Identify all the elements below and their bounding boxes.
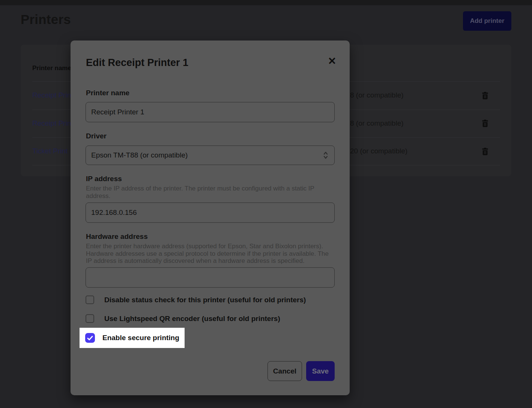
- checkbox-row-secure-printing-highlighted: Enable secure printing: [80, 328, 185, 348]
- checkbox-row-disable-status-check: Disable status check for this printer (u…: [86, 296, 306, 304]
- hardware-address-input[interactable]: [86, 267, 335, 288]
- qr-encoder-label: Use Lightspeed QR encoder (useful for ol…: [104, 315, 280, 323]
- printer-name-input[interactable]: [86, 102, 335, 122]
- trash-icon: [482, 148, 488, 155]
- delete-printer-button[interactable]: [481, 148, 489, 156]
- secure-printing-label: Enable secure printing: [102, 334, 179, 342]
- trash-icon: [482, 120, 488, 127]
- ip-address-input[interactable]: [86, 202, 335, 223]
- delete-printer-button[interactable]: [481, 92, 489, 100]
- driver-cell: 8 (or compatible): [350, 91, 404, 99]
- add-printer-button[interactable]: Add printer: [463, 11, 511, 31]
- cancel-button[interactable]: Cancel: [268, 361, 302, 381]
- screen: Printers Add printer Printer name Printe…: [0, 0, 532, 408]
- driver-select[interactable]: Epson TM-T88 (or compatible): [86, 146, 335, 165]
- hardware-address-help: Enter the printer hardware address (supp…: [86, 243, 335, 265]
- checkmark-icon: [87, 336, 93, 340]
- hardware-address-label: Hardware address: [86, 232, 148, 241]
- trash-icon: [482, 92, 488, 99]
- checkbox-row-qr-encoder: Use Lightspeed QR encoder (useful for ol…: [86, 314, 280, 323]
- top-strip: [0, 0, 532, 5]
- printer-link[interactable]: Receipt Prin: [32, 91, 71, 99]
- ip-address-help: Enter the IP address of the printer. The…: [86, 185, 322, 200]
- save-button[interactable]: Save: [306, 361, 335, 381]
- qr-encoder-checkbox[interactable]: [86, 314, 94, 323]
- disable-status-check-label: Disable status check for this printer (u…: [104, 296, 306, 304]
- column-header-printer-name: Printer name: [32, 64, 71, 72]
- ip-address-label: IP address: [86, 175, 122, 183]
- driver-cell: 20 (or compatible): [350, 147, 407, 155]
- close-icon: ✕: [328, 56, 337, 67]
- printer-link[interactable]: Receipt Prin: [32, 119, 71, 128]
- printer-name-label: Printer name: [86, 89, 129, 97]
- secure-printing-checkbox[interactable]: [85, 333, 95, 343]
- select-caret-icon: [323, 151, 328, 159]
- modal-footer: Cancel Save: [268, 361, 335, 381]
- driver-cell: 8 (or compatible): [350, 119, 404, 128]
- edit-printer-modal: Edit Receipt Printer 1 ✕ Printer name Dr…: [71, 40, 350, 395]
- page-title: Printers: [21, 12, 71, 27]
- delete-printer-button[interactable]: [481, 120, 489, 128]
- driver-label: Driver: [86, 132, 107, 140]
- disable-status-check-checkbox[interactable]: [86, 296, 94, 304]
- modal-title: Edit Receipt Printer 1: [86, 57, 188, 69]
- driver-select-value: Epson TM-T88 (or compatible): [91, 151, 188, 159]
- close-button[interactable]: ✕: [326, 55, 338, 68]
- printer-link[interactable]: Ticket Print: [32, 147, 68, 155]
